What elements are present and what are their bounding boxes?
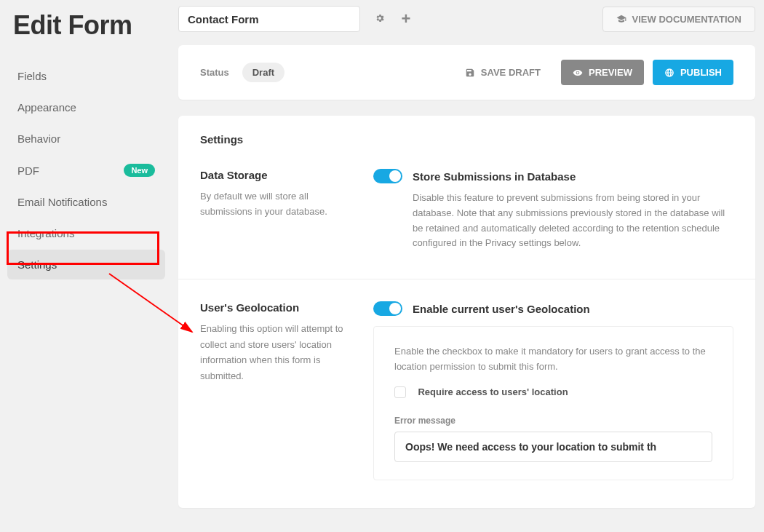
require-location-label: Require access to users' location bbox=[418, 386, 568, 397]
error-message-label: Error message bbox=[394, 416, 712, 426]
status-label: Status bbox=[200, 67, 229, 78]
sidebar-item-integrations[interactable]: Integrations bbox=[7, 218, 165, 248]
sidebar-label: Settings bbox=[17, 258, 57, 271]
publish-label: PUBLISH bbox=[680, 67, 722, 78]
data-storage-option-desc: Disable this feature to prevent submissi… bbox=[373, 191, 733, 251]
sidebar-item-behavior[interactable]: Behavior bbox=[7, 124, 165, 154]
data-storage-option-title: Store Submissions in Database bbox=[413, 170, 576, 183]
data-storage-toggle[interactable] bbox=[373, 169, 402, 183]
sidebar-item-appearance[interactable]: Appearance bbox=[7, 92, 165, 122]
sidebar-item-settings[interactable]: Settings bbox=[7, 250, 165, 279]
sidebar-label: Email Notifications bbox=[17, 196, 107, 208]
sidebar-label: PDF bbox=[17, 164, 39, 177]
plus-icon[interactable]: + bbox=[399, 9, 413, 28]
eye-icon bbox=[573, 68, 583, 78]
globe-icon bbox=[664, 68, 675, 78]
view-documentation-label: VIEW DOCUMENTATION bbox=[632, 14, 741, 25]
geolocation-desc: Enabling this option will attempt to col… bbox=[200, 321, 351, 384]
view-documentation-button[interactable]: VIEW DOCUMENTATION bbox=[602, 7, 755, 32]
sidebar-label: Fields bbox=[17, 70, 47, 82]
sidebar-label: Integrations bbox=[17, 227, 74, 239]
status-value: Draft bbox=[242, 63, 284, 82]
new-badge: New bbox=[124, 164, 155, 177]
gear-icon[interactable] bbox=[373, 12, 386, 27]
geolocation-toggle[interactable] bbox=[373, 301, 402, 316]
settings-card: Settings Data Storage By default we will… bbox=[178, 116, 755, 508]
geolocation-block: User's Geolocation Enabling this option … bbox=[178, 279, 755, 508]
preview-button[interactable]: PREVIEW bbox=[561, 60, 644, 85]
form-name-input[interactable]: Contact Form bbox=[178, 6, 360, 32]
geolocation-title: User's Geolocation bbox=[200, 301, 351, 314]
data-storage-title: Data Storage bbox=[200, 169, 351, 181]
sidebar-label: Appearance bbox=[17, 101, 76, 114]
error-message-input[interactable] bbox=[394, 432, 712, 462]
sidebar-item-fields[interactable]: Fields bbox=[7, 61, 165, 91]
require-location-row[interactable]: Require access to users' location bbox=[394, 385, 712, 398]
preview-label: PREVIEW bbox=[589, 67, 632, 78]
sidebar-item-pdf[interactable]: PDFNew bbox=[7, 155, 165, 186]
geolocation-subbox: Enable the checkbox to make it mandatory… bbox=[373, 326, 733, 480]
geolocation-option-title: Enable current user's Geolocation bbox=[413, 303, 590, 315]
top-bar: Contact Form + VIEW DOCUMENTATION bbox=[178, 6, 755, 32]
page-title: Edit Form bbox=[0, 0, 178, 61]
save-draft-label: SAVE DRAFT bbox=[481, 67, 541, 78]
require-location-checkbox[interactable] bbox=[394, 386, 406, 398]
data-storage-block: Data Storage By default we will store al… bbox=[178, 163, 755, 279]
sidebar-label: Behavior bbox=[17, 132, 60, 145]
publish-button[interactable]: PUBLISH bbox=[653, 60, 733, 85]
status-bar: Status Draft SAVE DRAFT PREVIEW PUBLISH bbox=[178, 45, 755, 100]
sidebar-nav: Fields Appearance Behavior PDFNew Email … bbox=[0, 61, 178, 279]
settings-heading: Settings bbox=[178, 116, 755, 163]
graduation-cap-icon bbox=[616, 14, 626, 24]
geolocation-sub-desc: Enable the checkbox to make it mandatory… bbox=[394, 344, 712, 375]
sidebar-item-email-notifications[interactable]: Email Notifications bbox=[7, 187, 165, 217]
save-icon bbox=[465, 68, 475, 78]
save-draft-button[interactable]: SAVE DRAFT bbox=[453, 60, 552, 85]
data-storage-desc: By default we will store all submissions… bbox=[200, 188, 351, 220]
